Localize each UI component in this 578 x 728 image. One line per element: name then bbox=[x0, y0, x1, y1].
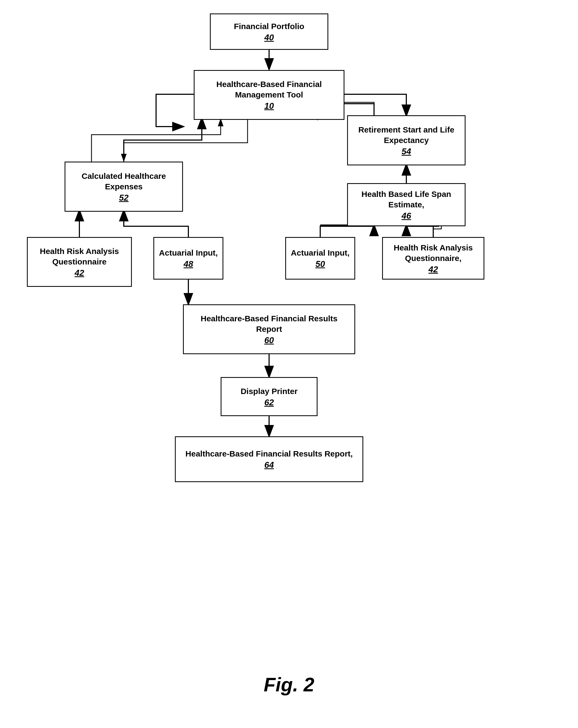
financial-results-report-label: Healthcare-Based Financial Results Repor… bbox=[188, 313, 350, 334]
management-tool-label: Healthcare-Based Financial Management To… bbox=[199, 79, 339, 100]
display-printer-box: Display Printer 62 bbox=[221, 377, 318, 416]
actuarial-input-48-box: Actuarial Input, 48 bbox=[154, 237, 223, 280]
final-report-number: 64 bbox=[264, 460, 274, 470]
final-report-box: Healthcare-Based Financial Results Repor… bbox=[175, 436, 363, 482]
management-tool-number: 10 bbox=[264, 101, 274, 111]
calculated-healthcare-number: 52 bbox=[119, 193, 129, 203]
health-risk-right-label: Health Risk Analysis Questionnaire, bbox=[387, 242, 479, 263]
actuarial-input-50-box: Actuarial Input, 50 bbox=[285, 237, 355, 280]
calculated-healthcare-box: Calculated Healthcare Expenses 52 bbox=[64, 162, 183, 212]
calculated-healthcare-label: Calculated Healthcare Expenses bbox=[70, 171, 178, 192]
actuarial-input-50-label: Actuarial Input, bbox=[291, 248, 350, 258]
display-printer-label: Display Printer bbox=[241, 386, 298, 396]
health-risk-right-number: 42 bbox=[429, 264, 438, 275]
financial-portfolio-box: Financial Portfolio 40 bbox=[210, 14, 328, 50]
financial-portfolio-label: Financial Portfolio bbox=[234, 21, 304, 31]
health-risk-left-label: Health Risk Analysis Questionnaire bbox=[32, 246, 127, 267]
management-tool-box: Healthcare-Based Financial Management To… bbox=[194, 70, 345, 120]
health-based-lifespan-number: 46 bbox=[402, 211, 411, 221]
financial-results-report-number: 60 bbox=[264, 335, 274, 345]
health-based-lifespan-box: Health Based Life Span Estimate, 46 bbox=[347, 183, 466, 226]
retirement-start-box: Retirement Start and Life Expectancy 54 bbox=[347, 115, 466, 165]
figure-label: Fig. 2 bbox=[264, 674, 314, 696]
health-risk-right-box: Health Risk Analysis Questionnaire, 42 bbox=[382, 237, 484, 280]
display-printer-number: 62 bbox=[264, 397, 274, 408]
retirement-start-number: 54 bbox=[402, 147, 411, 156]
health-based-lifespan-label: Health Based Life Span Estimate, bbox=[352, 189, 460, 210]
health-risk-left-box: Health Risk Analysis Questionnaire 42 bbox=[27, 237, 132, 287]
diagram-container: Financial Portfolio 40 Healthcare-Based … bbox=[0, 0, 578, 728]
actuarial-input-50-number: 50 bbox=[315, 259, 325, 269]
financial-results-report-box: Healthcare-Based Financial Results Repor… bbox=[183, 304, 355, 354]
actuarial-input-48-label: Actuarial Input, bbox=[159, 248, 218, 258]
actuarial-input-48-number: 48 bbox=[184, 259, 193, 269]
financial-portfolio-number: 40 bbox=[264, 33, 274, 43]
final-report-label: Healthcare-Based Financial Results Repor… bbox=[185, 448, 353, 459]
retirement-start-label: Retirement Start and Life Expectancy bbox=[352, 125, 460, 146]
health-risk-left-number: 42 bbox=[75, 268, 84, 278]
